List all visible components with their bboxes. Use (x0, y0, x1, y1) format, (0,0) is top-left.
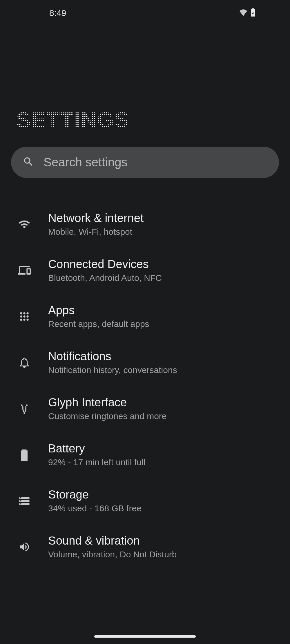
settings-item-connected-devices[interactable]: Connected Devices Bluetooth, Android Aut… (6, 247, 284, 293)
settings-item-notifications[interactable]: Notifications Notification history, conv… (6, 339, 284, 385)
svg-point-7 (23, 319, 25, 321)
item-title: Storage (48, 488, 142, 501)
item-title: Sound & vibration (48, 534, 177, 547)
battery-charging-status-icon (251, 8, 256, 18)
svg-point-1 (23, 312, 25, 314)
sound-icon (16, 538, 33, 556)
settings-item-glyph[interactable]: Glyph Interface Customise ringtones and … (6, 385, 284, 432)
search-placeholder: Search settings (44, 155, 128, 169)
svg-point-4 (23, 315, 25, 317)
svg-point-9 (21, 404, 23, 406)
item-text: Apps Recent apps, default apps (48, 304, 149, 329)
search-icon (23, 156, 34, 169)
item-text: Connected Devices Bluetooth, Android Aut… (48, 258, 162, 283)
svg-point-6 (20, 319, 22, 321)
settings-item-network[interactable]: Network & internet Mobile, Wi-Fi, hotspo… (6, 201, 284, 247)
item-subtitle: Notification history, conversations (48, 365, 177, 375)
apps-icon (16, 308, 33, 325)
item-subtitle: Volume, vibration, Do Not Disturb (48, 550, 177, 559)
item-text: Notifications Notification history, conv… (48, 350, 177, 375)
item-subtitle: Customise ringtones and more (48, 411, 167, 421)
status-icons (239, 8, 256, 18)
item-title: Battery (48, 442, 145, 455)
svg-point-3 (20, 315, 22, 317)
nav-bar-handle[interactable] (94, 635, 196, 638)
item-text: Storage 34% used - 168 GB free (48, 488, 142, 513)
item-title: Notifications (48, 350, 177, 363)
item-text: Sound & vibration Volume, vibration, Do … (48, 534, 177, 559)
item-title: Connected Devices (48, 258, 162, 271)
svg-point-0 (20, 312, 22, 314)
item-title: Glyph Interface (48, 396, 167, 409)
page-header: SETTINGS (0, 26, 290, 147)
status-time: 8:49 (49, 8, 66, 18)
item-text: Glyph Interface Customise ringtones and … (48, 396, 167, 421)
item-subtitle: 34% used - 168 GB free (48, 503, 142, 513)
svg-point-2 (26, 312, 28, 314)
status-bar: 8:49 (0, 0, 290, 26)
settings-list: Network & internet Mobile, Wi-Fi, hotspo… (0, 201, 290, 570)
settings-item-battery[interactable]: Battery 92% - 17 min left until full (6, 432, 284, 478)
search-bar[interactable]: Search settings (11, 147, 279, 178)
devices-icon (16, 262, 33, 279)
svg-point-5 (26, 315, 28, 317)
battery-icon (16, 446, 33, 463)
settings-item-sound[interactable]: Sound & vibration Volume, vibration, Do … (6, 524, 284, 570)
item-subtitle: Mobile, Wi-Fi, hotspot (48, 227, 144, 237)
svg-point-11 (23, 412, 25, 414)
item-subtitle: Recent apps, default apps (48, 319, 149, 329)
svg-point-8 (26, 319, 28, 321)
item-subtitle: Bluetooth, Android Auto, NFC (48, 273, 162, 283)
glyph-icon (16, 400, 33, 417)
svg-point-10 (26, 404, 28, 406)
item-subtitle: 92% - 17 min left until full (48, 457, 145, 467)
settings-item-apps[interactable]: Apps Recent apps, default apps (6, 293, 284, 339)
bell-icon (16, 354, 33, 371)
item-title: Apps (48, 304, 149, 317)
settings-item-storage[interactable]: Storage 34% used - 168 GB free (6, 478, 284, 524)
page-title: SETTINGS (16, 107, 130, 132)
wifi-icon (16, 216, 33, 233)
item-text: Battery 92% - 17 min left until full (48, 442, 145, 467)
item-text: Network & internet Mobile, Wi-Fi, hotspo… (48, 212, 144, 237)
wifi-status-icon (239, 9, 248, 17)
storage-icon (16, 492, 33, 510)
item-title: Network & internet (48, 212, 144, 225)
